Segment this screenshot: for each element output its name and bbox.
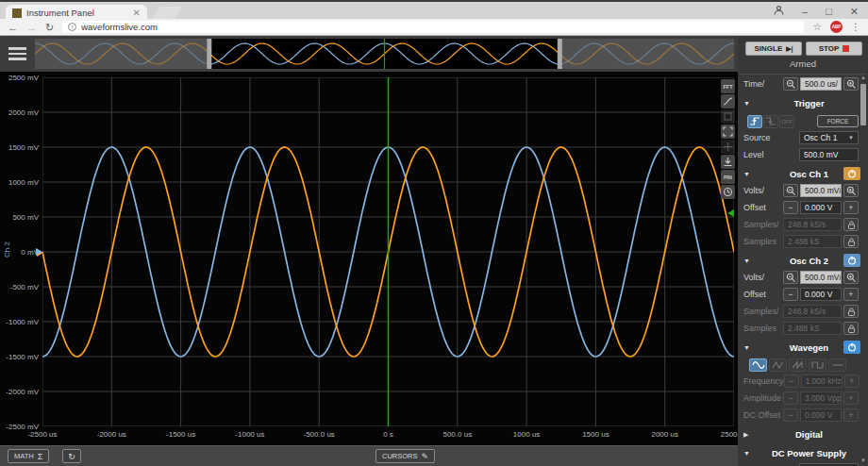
dc-offset-input[interactable]: 0.000 V xyxy=(800,408,842,422)
timebase-input[interactable]: 500.0 us/ xyxy=(800,77,842,91)
y-tick-label: 2000 mV xyxy=(0,108,39,117)
timebase-zoom-in-button[interactable] xyxy=(843,77,859,91)
amplitude-decrement-button[interactable]: − xyxy=(783,391,798,405)
ch1-offset-decrement-button[interactable]: − xyxy=(783,201,798,214)
fft-button[interactable]: FFT xyxy=(721,79,735,93)
ch2-volts-input[interactable]: 500.0 mV/ xyxy=(800,271,842,284)
minimize-icon[interactable]: – xyxy=(802,5,808,18)
ch1-offset-input[interactable]: 0.000 V xyxy=(800,201,842,214)
ch2-offset-increment-button[interactable]: + xyxy=(843,288,859,301)
crosshair-button[interactable] xyxy=(721,140,735,154)
dc-offset-decrement-button[interactable]: − xyxy=(783,408,798,422)
scroll-up-icon[interactable]: ▲ xyxy=(860,74,867,82)
triangle-wave-button[interactable] xyxy=(769,358,787,372)
ch1-offset-increment-button[interactable]: + xyxy=(843,201,859,214)
trigger-rising-edge-button[interactable] xyxy=(747,115,762,128)
wavegen-section-header[interactable]: ▼ Wavegen xyxy=(743,341,860,355)
frequency-input[interactable]: 1.000 kHz xyxy=(801,374,843,388)
x-tick-label: 1500 us xyxy=(558,430,633,439)
scope-plot[interactable] xyxy=(42,77,734,426)
stop-button[interactable]: STOP xyxy=(806,42,862,56)
profile-icon[interactable] xyxy=(774,5,784,18)
site-info-icon[interactable]: i xyxy=(68,23,76,31)
ch1-samples-lock-button[interactable] xyxy=(843,235,859,248)
expand-button[interactable] xyxy=(721,125,735,139)
osc-ch1-power-button[interactable] xyxy=(843,167,860,180)
refresh-button[interactable]: ↻ xyxy=(62,449,81,463)
ch2-volts-zoom-out-button[interactable] xyxy=(783,271,798,284)
trigger-falling-edge-button[interactable] xyxy=(763,115,778,128)
scrollbar-thumb[interactable] xyxy=(860,84,866,125)
single-button[interactable]: SINGLE ▶| xyxy=(745,42,802,56)
frequency-increment-button[interactable]: + xyxy=(844,374,860,388)
scroll-down-icon[interactable]: ▼ xyxy=(860,457,867,465)
collapse-arrow-icon: ▼ xyxy=(743,344,758,351)
history-button[interactable] xyxy=(721,185,735,199)
new-tab-button[interactable] xyxy=(153,7,182,19)
cursors-button[interactable]: CURSORS ✎ xyxy=(376,449,435,463)
url-text: waveformslive.com xyxy=(81,22,158,32)
osc-ch1-offset-row: Offset − 0.000 V + xyxy=(743,200,859,215)
frequency-decrement-button[interactable]: − xyxy=(784,374,799,388)
acquisition-navigator[interactable] xyxy=(35,39,734,69)
trigger-source-select[interactable]: Osc Ch 1 ▼ xyxy=(799,131,859,144)
amplitude-input[interactable]: 3.000 Vpp xyxy=(800,391,842,405)
ch2-sample-rate-lock-button[interactable] xyxy=(843,305,859,318)
x-tick-label: -1500 us xyxy=(143,430,219,439)
ch2-offset-input[interactable]: 0.000 V xyxy=(800,288,842,301)
osc-ch1-sample-rate-row: Samples/ 248.8 kS/s xyxy=(743,217,859,232)
trigger-level-marker[interactable] xyxy=(727,209,734,217)
ch1-volts-input[interactable]: 500.0 mV/ xyxy=(800,184,842,197)
math-curve-button[interactable] xyxy=(721,94,735,108)
bookmark-star-icon[interactable]: ☆ xyxy=(812,21,822,33)
digital-section-header[interactable]: ▶ Digital xyxy=(743,427,860,441)
osc-ch2-sample-rate-row: Samples/ 248.8 kS/s xyxy=(743,304,859,319)
run-controls: SINGLE ▶| STOP xyxy=(745,42,862,56)
maximize-icon[interactable]: □ xyxy=(826,5,832,18)
square-wave-button[interactable] xyxy=(809,358,826,372)
ch2-volts-zoom-in-button[interactable] xyxy=(843,271,859,284)
timebase-zoom-out-button[interactable] xyxy=(783,77,798,91)
divider xyxy=(740,74,866,75)
trigger-section-header[interactable]: ▼ Trigger xyxy=(743,96,860,110)
trigger-force-button[interactable]: FORCE xyxy=(817,115,859,127)
ch2-samples-lock-button[interactable] xyxy=(843,322,859,335)
hamburger-menu-icon[interactable] xyxy=(8,47,26,63)
osc-ch2-power-button[interactable] xyxy=(843,254,860,267)
math-button[interactable]: MATH Σ xyxy=(8,449,49,463)
amplitude-increment-button[interactable]: + xyxy=(843,391,859,405)
back-icon[interactable]: ← xyxy=(8,22,18,33)
close-icon[interactable]: ✕ xyxy=(850,5,859,18)
export-download-button[interactable] xyxy=(721,155,735,169)
y-tick-label: 500 mV xyxy=(0,213,39,222)
tab-close-icon[interactable]: ✕ xyxy=(133,8,141,18)
pin-button[interactable]: PIN xyxy=(721,170,735,184)
frame-button[interactable] xyxy=(721,109,735,124)
chart-tool-strip: FFT PIN xyxy=(721,79,736,200)
pencil-icon: ✎ xyxy=(422,452,429,461)
ch1-volts-zoom-in-button[interactable] xyxy=(843,184,859,197)
reload-icon[interactable]: ↻ xyxy=(45,22,54,33)
sine-wave-button[interactable] xyxy=(749,358,767,372)
sidebar-scrollbar[interactable]: ▲ ▼ xyxy=(860,74,867,465)
sigma-icon: Σ xyxy=(38,452,43,461)
sawtooth-wave-button[interactable] xyxy=(789,358,807,372)
url-box[interactable]: i waveformslive.com xyxy=(62,21,804,33)
wavegen-power-button[interactable] xyxy=(843,341,860,354)
forward-icon[interactable]: → xyxy=(26,22,37,33)
ch2-zero-marker[interactable] xyxy=(36,248,42,256)
y-tick-label: -1500 mV xyxy=(0,353,39,361)
adblock-extension-icon[interactable]: ABP xyxy=(830,21,843,33)
osc-ch1-section-header[interactable]: ▼ Osc Ch 1 xyxy=(743,167,860,181)
trigger-off-button[interactable]: OFF xyxy=(779,115,794,128)
browser-menu-icon[interactable]: ⋮ xyxy=(851,22,860,32)
trigger-level-input[interactable]: 500.0 mV xyxy=(799,148,859,161)
ch1-samples-value: 2.488 kS xyxy=(783,235,842,248)
osc-ch2-section-header[interactable]: ▼ Osc Ch 2 xyxy=(743,254,860,268)
dc-wave-button[interactable] xyxy=(828,358,846,372)
dc-offset-increment-button[interactable]: + xyxy=(843,408,859,422)
ch1-sample-rate-lock-button[interactable] xyxy=(843,218,859,231)
ch2-offset-decrement-button[interactable]: − xyxy=(783,288,798,301)
dc-power-section-header[interactable]: ▼ DC Power Supply xyxy=(743,446,860,460)
ch1-volts-zoom-out-button[interactable] xyxy=(783,184,798,197)
